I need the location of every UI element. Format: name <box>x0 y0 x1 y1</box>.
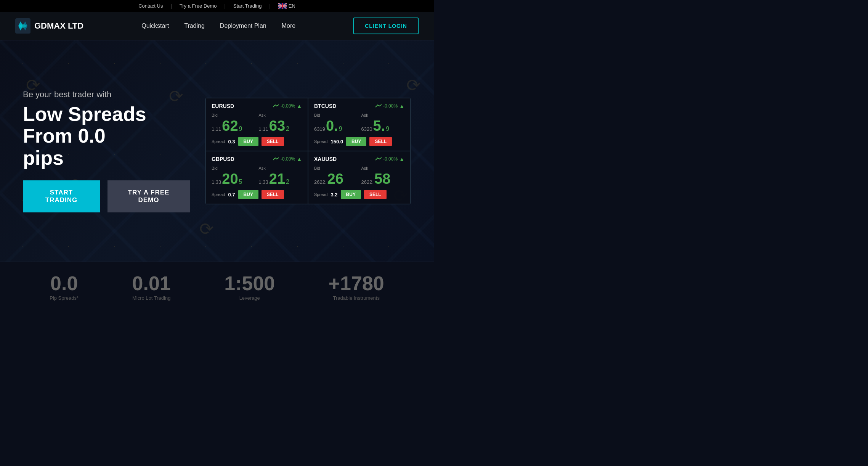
pair-xauusd-prices: Bid 2622. 26 Ask 2622. 58 <box>314 166 404 186</box>
pair-xauusd-ask: Ask 2622. 58 <box>361 166 405 186</box>
xauusd-buy-button[interactable]: BUY <box>341 190 361 199</box>
stat-instruments: +1780 Tradable Instruments <box>329 273 384 301</box>
gbp-bid-sup: 5 <box>239 178 242 185</box>
stat-micro-lot-label: Micro Lot Trading <box>132 295 171 301</box>
hero-title-line2: pips <box>23 147 64 169</box>
pair-eurusd-spread: Spread 0.3 BUY SELL <box>212 137 302 146</box>
gbpusd-buy-button[interactable]: BUY <box>238 190 258 199</box>
bid-main: 62 <box>222 119 238 133</box>
pair-eurusd-header: EURUSD -0.00% ▲ <box>212 103 302 109</box>
separator-3: | <box>269 3 270 9</box>
ask-prefix: 1.11 <box>259 126 268 132</box>
gbp-ask-main: 21 <box>269 172 285 186</box>
gbp-ask-value: 1.33 21 2 <box>259 172 302 186</box>
try-free-demo-button[interactable]: TRY A FREE DEMO <box>107 180 190 212</box>
xau-ask-label: Ask <box>361 166 405 170</box>
gbpusd-sell-button[interactable]: SELL <box>262 190 284 199</box>
trend-up-icon-btc <box>375 104 382 108</box>
xau-bid-label: Bid <box>314 166 358 170</box>
xau-ask-main: 58 <box>374 172 390 186</box>
pair-eurusd-name: EURUSD <box>212 103 234 109</box>
btc-bid-value: 6319 0. 9 <box>314 119 358 133</box>
pair-btcusd-change: -0.00% <box>383 103 398 109</box>
btcusd-sell-button[interactable]: SELL <box>369 137 392 146</box>
gbp-bid-main: 20 <box>222 172 238 186</box>
nav-quickstart[interactable]: Quickstart <box>141 22 169 29</box>
hero-title: Low Spreads From 0.0 pips <box>23 103 190 169</box>
spread-value: 0.3 <box>228 139 235 145</box>
pair-btcusd-trend: -0.00% ▲ <box>375 103 404 109</box>
try-free-demo-link[interactable]: Try a Free Demo <box>180 3 217 9</box>
pair-btcusd: BTCUSD -0.00% ▲ Bid <box>308 98 411 151</box>
hero-title-line1: Low Spreads From 0.0 <box>23 103 146 147</box>
pair-xauusd-header: XAUUSD -0.00% ▲ <box>314 156 404 162</box>
top-bar: Contact Us | Try a Free Demo | Start Tra… <box>0 0 434 12</box>
nav-links: Quickstart Trading Deployment Plan More <box>141 22 295 29</box>
ask-label: Ask <box>259 113 302 117</box>
logo[interactable]: GDMAX LTD <box>15 18 83 34</box>
stat-leverage: 1:500 Leverage <box>224 273 275 301</box>
spread-label: Spread <box>212 139 225 144</box>
hero-left: Be your best trader with Low Spreads Fro… <box>23 90 205 212</box>
start-trading-link[interactable]: Start Trading <box>233 3 262 9</box>
trading-widget: EURUSD -0.00% ▲ Bid <box>205 98 411 204</box>
pair-xauusd-change: -0.00% <box>383 156 398 162</box>
gbp-spread-value: 0.7 <box>228 192 235 198</box>
xauusd-sell-button[interactable]: SELL <box>364 190 387 199</box>
gbp-ask-prefix: 1.33 <box>259 179 268 185</box>
widget-grid: EURUSD -0.00% ▲ Bid <box>205 98 411 204</box>
gbp-spread-label: Spread <box>212 192 225 197</box>
pair-gbpusd: GBPUSD -0.00% ▲ Bid <box>205 151 308 204</box>
pair-eurusd-arrow: ▲ <box>297 103 302 109</box>
bid-label: Bid <box>212 113 255 117</box>
pair-gbpusd-change: -0.00% <box>281 156 295 162</box>
pair-btcusd-spread: Spread 150.0 BUY SELL <box>314 137 404 146</box>
nav-trading[interactable]: Trading <box>184 22 205 29</box>
pair-eurusd-bid: Bid 1.11 62 9 <box>212 113 255 133</box>
btc-ask-label: Ask <box>361 113 405 117</box>
bg-icon-3: ⟳ <box>195 217 218 240</box>
pair-xauusd-spread: Spread 3.2 BUY SELL <box>314 190 404 199</box>
xau-spread-label: Spread <box>314 192 327 197</box>
contact-us-link[interactable]: Contact Us <box>138 3 163 9</box>
nav-deployment[interactable]: Deployment Plan <box>220 22 266 29</box>
pair-btcusd-name: BTCUSD <box>314 103 336 109</box>
separator-2: | <box>225 3 226 9</box>
eurusd-buy-button[interactable]: BUY <box>238 137 258 146</box>
btc-bid-label: Bid <box>314 113 358 117</box>
trend-up-icon <box>273 104 279 108</box>
pair-gbpusd-bid: Bid 1.33 20 5 <box>212 166 255 186</box>
stat-pip-spreads: 0.0 Pip Spreads* <box>50 273 79 301</box>
pair-eurusd: EURUSD -0.00% ▲ Bid <box>205 98 308 151</box>
stat-pip-spreads-number: 0.0 <box>50 273 79 293</box>
flag-icon <box>278 3 287 9</box>
stat-leverage-label: Leverage <box>224 295 275 301</box>
pair-gbpusd-arrow: ▲ <box>297 156 302 162</box>
pair-eurusd-change: -0.00% <box>281 103 295 109</box>
start-trading-button[interactable]: START TRADING <box>23 180 100 212</box>
gbp-bid-prefix: 1.33 <box>212 179 221 185</box>
xau-ask-prefix: 2622. <box>361 179 374 185</box>
lang-label: EN <box>289 3 295 9</box>
stat-micro-lot: 0.01 Micro Lot Trading <box>132 273 171 301</box>
pair-btcusd-prices: Bid 6319 0. 9 Ask 6320 5. <box>314 113 404 133</box>
stat-micro-lot-number: 0.01 <box>132 273 171 293</box>
gbp-ask-label: Ask <box>259 166 302 170</box>
btc-bid-prefix: 6319 <box>314 126 325 132</box>
client-login-button[interactable]: CLIENT LOGIN <box>353 18 419 34</box>
nav-more[interactable]: More <box>282 22 295 29</box>
hero-right: EURUSD -0.00% ▲ Bid <box>205 98 411 204</box>
pair-eurusd-prices: Bid 1.11 62 9 Ask 1.11 63 <box>212 113 302 133</box>
logo-icon <box>15 18 30 34</box>
btcusd-buy-button[interactable]: BUY <box>346 137 366 146</box>
pair-gbpusd-prices: Bid 1.33 20 5 Ask 1.33 21 <box>212 166 302 186</box>
hero-subtitle: Be your best trader with <box>23 90 190 100</box>
eurusd-sell-button[interactable]: SELL <box>262 137 284 146</box>
pair-gbpusd-name: GBPUSD <box>212 156 234 162</box>
bg-icon-6: ⟳ <box>402 74 425 96</box>
language-selector[interactable]: EN <box>278 3 295 9</box>
hero-section: ⟳ ⟳ ⟳ ⟳ ⟳ ⟳ Be your best trader with Low… <box>0 40 434 262</box>
pair-xauusd-bid: Bid 2622. 26 <box>314 166 358 186</box>
gbp-bid-value: 1.33 20 5 <box>212 172 255 186</box>
btc-ask-prefix: 6320 <box>361 126 372 132</box>
